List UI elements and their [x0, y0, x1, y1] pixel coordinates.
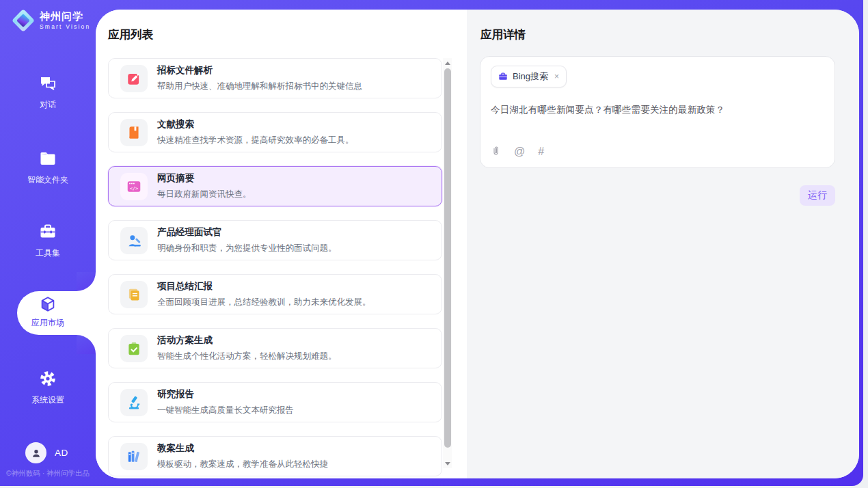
sidebar-item-app-market[interactable]: 应用市场: [0, 295, 96, 329]
app-description: 快速精准查找学术资源，提高研究效率的必备工具。: [157, 135, 354, 146]
app-list-panel: 应用列表 招标文件解析 帮助用户快速、准确地理解和解析招标书中的关键信息: [96, 10, 467, 478]
folder-icon: [38, 149, 57, 168]
app-name: 教案生成: [157, 442, 328, 455]
sidebar-item-label: 对话: [0, 99, 96, 111]
app-card-project-summary[interactable]: 项目总结汇报 全面回顾项目进展，总结经验教训，助力未来优化发展。: [108, 274, 442, 314]
person-icon: [30, 447, 42, 459]
app-card-pm-interviewer[interactable]: 产品经理面试官 明确身份和职责，为您提供专业性的面试问题。: [108, 220, 442, 260]
tool-chip-label: Bing搜索: [513, 70, 548, 83]
app-name: 研究报告: [157, 388, 294, 401]
user-account[interactable]: AD: [25, 442, 68, 463]
app-card-event-plan[interactable]: 活动方案生成 智能生成个性化活动方案，轻松解决规划难题。: [108, 328, 442, 368]
app-name: 文献搜索: [157, 118, 354, 131]
copyright-text: ©神州数码 · 神州问学出品: [6, 469, 90, 478]
brand-logo: 神州问学 Smart Vision: [12, 9, 90, 32]
app-card-literature-search[interactable]: 文献搜索 快速精准查找学术资源，提高研究效率的必备工具。: [108, 112, 442, 152]
gear-icon: [38, 369, 57, 388]
sidebar-item-chat[interactable]: 对话: [0, 74, 96, 111]
sidebar-item-label: 系统设置: [0, 394, 96, 406]
app-description: 帮助用户快速、准确地理解和解析招标书中的关键信息: [157, 81, 362, 92]
app-description: 智能生成个性化活动方案，轻松解决规划难题。: [157, 351, 337, 362]
app-window: 神州问学 Smart Vision 对话 智能文件夹: [0, 0, 863, 486]
close-icon[interactable]: ×: [554, 72, 559, 81]
brand-tagline: Smart Vision: [40, 24, 90, 30]
document-edit-icon: [120, 65, 148, 92]
books-icon: [120, 443, 148, 470]
briefcase-icon: [498, 72, 508, 81]
notes-icon: [120, 281, 148, 308]
app-name: 项目总结汇报: [157, 280, 371, 293]
briefcase-icon: [38, 222, 57, 241]
browser-code-icon: </>: [120, 173, 148, 200]
book-icon: [120, 119, 148, 146]
sidebar-item-toolset[interactable]: 工具集: [0, 222, 96, 259]
sidebar-item-label: 工具集: [0, 247, 96, 259]
app-card-lesson-plan[interactable]: 教案生成 模板驱动，教案速成，教学准备从此轻松快捷: [108, 436, 442, 476]
sidebar-item-settings[interactable]: 系统设置: [0, 369, 96, 406]
app-detail-panel: 应用详情 Bing搜索 × 今日湖北有哪些新闻要点？有哪些需要关注的最新政策？: [467, 10, 859, 478]
microscope-icon: [120, 389, 148, 416]
scrollbar-thumb[interactable]: [444, 68, 451, 448]
app-description: 一键智能生成高质量长文本研究报告: [157, 405, 294, 416]
tool-chip-bing-search[interactable]: Bing搜索 ×: [491, 66, 567, 87]
query-text[interactable]: 今日湖北有哪些新闻要点？有哪些需要关注的最新政策？: [491, 104, 824, 116]
sidebar-item-label: 智能文件夹: [0, 174, 96, 186]
app-name: 产品经理面试官: [157, 226, 337, 239]
run-button[interactable]: 运行: [800, 185, 835, 206]
scroll-down-arrow[interactable]: [443, 459, 452, 468]
app-name: 活动方案生成: [157, 334, 337, 347]
avatar: [25, 442, 46, 463]
app-description: 每日政府新闻资讯快查。: [157, 189, 252, 200]
scroll-up-arrow[interactable]: [443, 58, 452, 68]
cube-icon: [38, 295, 57, 314]
svg-text:</>: </>: [130, 186, 138, 191]
app-list: 招标文件解析 帮助用户快速、准确地理解和解析招标书中的关键信息 文献搜索: [108, 58, 442, 478]
main-panel: 应用列表 招标文件解析 帮助用户快速、准确地理解和解析招标书中的关键信息: [96, 10, 859, 478]
app-list-title: 应用列表: [108, 27, 153, 42]
app-description: 全面回顾项目进展，总结经验教训，助力未来优化发展。: [157, 297, 371, 308]
app-card-research-report[interactable]: 研究报告 一键智能生成高质量长文本研究报告: [108, 382, 442, 422]
sidebar-item-label: 应用市场: [0, 317, 96, 329]
hash-icon[interactable]: #: [538, 146, 544, 157]
app-name: 网页摘要: [157, 172, 252, 185]
app-description: 模板驱动，教案速成，教学准备从此轻松快捷: [157, 459, 328, 470]
clipboard-check-icon: [120, 335, 148, 362]
sidebar-item-smart-folder[interactable]: 智能文件夹: [0, 149, 96, 186]
user-name: AD: [55, 448, 68, 458]
sidebar: 神州问学 Smart Vision 对话 智能文件夹: [0, 0, 96, 486]
chat-icon: [38, 74, 57, 93]
app-card-bid-parsing[interactable]: 招标文件解析 帮助用户快速、准确地理解和解析招标书中的关键信息: [108, 58, 442, 98]
at-icon[interactable]: @: [514, 146, 525, 157]
app-card-web-summary[interactable]: </> 网页摘要 每日政府新闻资讯快查。: [108, 166, 442, 206]
app-description: 明确身份和职责，为您提供专业性的面试问题。: [157, 243, 337, 254]
prompt-composer[interactable]: Bing搜索 × 今日湖北有哪些新闻要点？有哪些需要关注的最新政策？ @ #: [480, 56, 835, 168]
interviewer-icon: [120, 227, 148, 254]
list-scrollbar[interactable]: [443, 58, 452, 468]
paperclip-icon[interactable]: [491, 145, 501, 159]
brand-name: 神州问学: [40, 11, 90, 22]
app-detail-title: 应用详情: [480, 27, 526, 42]
brand-logo-icon: [12, 9, 35, 32]
app-name: 招标文件解析: [157, 64, 362, 77]
